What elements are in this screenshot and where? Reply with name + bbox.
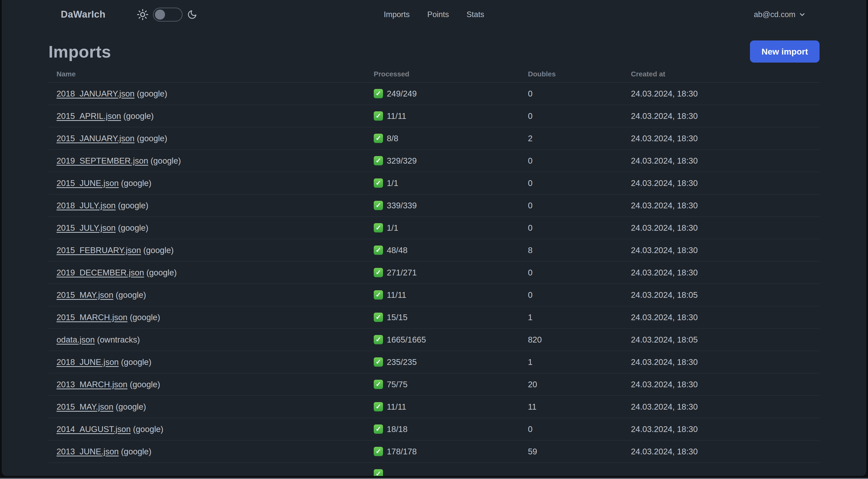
import-file-link[interactable]: 2013_JUNE.json: [57, 447, 119, 456]
import-source-label: (google): [116, 290, 146, 300]
table-row: 2015_APRIL.json (google) ✓ 11/11 0 24.03…: [49, 105, 819, 127]
created-at-cell: 24.03.2024, 18:30: [631, 111, 819, 121]
table-row: 2013_MARCH.json (google) ✓ 75/75 20 24.0…: [49, 373, 819, 396]
doubles-cell: 0: [528, 89, 631, 98]
import-name-cell: 2015_MARCH.json (google): [49, 312, 374, 322]
processed-count: 1/1: [387, 223, 398, 233]
success-check-icon: ✓: [374, 178, 383, 188]
table-row: 2013_JUNE.json (google) ✓ 178/178 59 24.…: [49, 441, 819, 463]
processed-cell: ✓ 1/1: [374, 223, 528, 233]
success-check-icon: ✓: [374, 201, 383, 210]
column-header-created-at: Created at: [631, 70, 819, 78]
success-check-icon: ✓: [374, 312, 383, 322]
success-check-icon: ✓: [374, 380, 383, 389]
nav-item-imports[interactable]: Imports: [384, 10, 410, 19]
import-file-link[interactable]: 2015_FEBRUARY.json: [57, 245, 141, 255]
import-file-link[interactable]: 2019_DECEMBER.json: [57, 268, 144, 277]
import-name-cell: 2018_JANUARY.json (google): [49, 89, 374, 98]
processed-count: 11/11: [387, 111, 406, 121]
processed-count: 11/11: [387, 290, 406, 300]
created-at-cell: 24.03.2024, 18:30: [631, 201, 819, 210]
table-row: 2015_FEBRUARY.json (google) ✓ 48/48 8 24…: [49, 239, 819, 262]
import-file-link[interactable]: 2018_JANUARY.json: [57, 89, 135, 98]
import-file-link[interactable]: 2018_JUNE.json: [57, 357, 119, 367]
table-row: 2015_MARCH.json (google) ✓ 15/15 1 24.03…: [49, 306, 819, 329]
import-file-link[interactable]: 2015_JUNE.json: [57, 178, 119, 188]
import-file-link[interactable]: 2019_SEPTEMBER.json: [57, 156, 148, 166]
app-window: DaWarIch: [2, 0, 866, 476]
processed-cell: ✓: [374, 469, 528, 476]
created-at-cell: 24.03.2024, 18:30: [631, 447, 819, 456]
import-name-cell: 2018_JULY.json (google): [49, 201, 374, 210]
app-logo[interactable]: DaWarIch: [61, 9, 105, 20]
import-source-label: (google): [137, 89, 167, 98]
import-name-cell: 2015_JUNE.json (google): [49, 178, 374, 188]
created-at-cell: 24.03.2024, 18:30: [631, 89, 819, 98]
import-file-link[interactable]: 2013_MARCH.json: [57, 380, 127, 389]
import-source-label: (google): [130, 380, 160, 389]
import-file-link[interactable]: 2014_AUGUST.json: [57, 424, 131, 434]
doubles-cell: 820: [528, 335, 631, 345]
import-file-link[interactable]: 2015_JANUARY.json: [57, 134, 135, 143]
processed-cell: ✓ 11/11: [374, 290, 528, 300]
nav-item-points[interactable]: Points: [427, 10, 449, 19]
import-name-cell: 2019_DECEMBER.json (google): [49, 268, 374, 277]
created-at-cell: 24.03.2024, 18:30: [631, 312, 819, 322]
import-source-label: (google): [121, 178, 151, 188]
import-file-link[interactable]: 2018_JULY.json: [57, 201, 116, 210]
processed-count: 11/11: [387, 402, 406, 412]
table-row: 2015_MAY.json (google) ✓ 11/11 11 24.03.…: [49, 396, 819, 418]
import-file-link[interactable]: 2015_MAY.json: [57, 290, 113, 300]
import-file-link[interactable]: 2015_MAY.json: [57, 402, 113, 411]
import-file-link[interactable]: odata.json: [57, 335, 95, 344]
success-check-icon: ✓: [374, 335, 383, 344]
import-file-link[interactable]: 2015_APRIL.json: [57, 111, 121, 121]
processed-count: 178/178: [387, 447, 417, 456]
import-file-link[interactable]: 2015_MARCH.json: [57, 312, 127, 322]
account-menu[interactable]: ab@cd.com: [754, 10, 806, 19]
doubles-cell: 0: [528, 223, 631, 233]
processed-count: 339/339: [387, 201, 417, 210]
created-at-cell: 24.03.2024, 18:30: [631, 402, 819, 412]
created-at-cell: 24.03.2024, 18:30: [631, 380, 819, 389]
chevron-down-icon: [799, 11, 806, 18]
success-check-icon: ✓: [374, 357, 383, 367]
success-check-icon: ✓: [374, 290, 383, 300]
doubles-cell: 0: [528, 424, 631, 434]
success-check-icon: ✓: [374, 223, 383, 233]
success-check-icon: ✓: [374, 245, 383, 255]
table-row: 2015_JUNE.json (google) ✓ 1/1 0 24.03.20…: [49, 172, 819, 194]
table-row: ✓: [49, 463, 819, 476]
nav-item-stats[interactable]: Stats: [466, 10, 484, 19]
import-source-label: (google): [121, 357, 151, 367]
import-name-cell: 2015_MAY.json (google): [49, 402, 374, 412]
import-source-label: (google): [150, 156, 181, 166]
page-title: Imports: [49, 42, 111, 61]
processed-cell: ✓ 178/178: [374, 447, 528, 456]
doubles-cell: 0: [528, 268, 631, 277]
created-at-cell: 24.03.2024, 18:05: [631, 335, 819, 345]
moon-icon: [187, 9, 197, 20]
table-body: 2018_JANUARY.json (google) ✓ 249/249 0 2…: [49, 83, 819, 476]
table-row: 2018_JULY.json (google) ✓ 339/339 0 24.0…: [49, 194, 819, 217]
theme-switcher: [137, 7, 197, 22]
import-file-link[interactable]: 2015_JULY.json: [57, 223, 116, 233]
success-check-icon: ✓: [374, 402, 383, 411]
page-header-row: Imports New import: [49, 40, 819, 63]
success-check-icon: ✓: [374, 134, 383, 143]
created-at-cell: 24.03.2024, 18:30: [631, 223, 819, 233]
import-name-cell: 2015_MAY.json (google): [49, 290, 374, 300]
processed-count: 271/271: [387, 268, 417, 277]
import-name-cell: 2015_APRIL.json (google): [49, 111, 374, 121]
imports-table: Name Processed Doubles Created at 2018_J…: [49, 66, 819, 476]
column-header-processed: Processed: [374, 70, 528, 78]
processed-cell: ✓ 271/271: [374, 268, 528, 277]
import-name-cell: 2019_SEPTEMBER.json (google): [49, 156, 374, 166]
import-source-label: (google): [123, 111, 154, 121]
theme-toggle[interactable]: [153, 7, 183, 22]
new-import-button[interactable]: New import: [750, 40, 819, 63]
success-check-icon: ✓: [374, 469, 383, 476]
column-header-doubles: Doubles: [528, 70, 631, 78]
import-name-cell: 2013_MARCH.json (google): [49, 380, 374, 389]
doubles-cell: 0: [528, 290, 631, 300]
